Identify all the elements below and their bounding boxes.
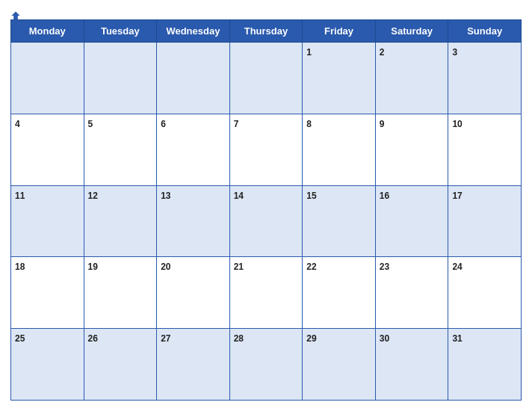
svg-marker-0 (11, 11, 19, 19)
calendar-cell: 12 (84, 185, 157, 257)
day-number: 12 (88, 191, 98, 201)
calendar-cell: 16 (375, 185, 448, 257)
day-number: 31 (452, 333, 462, 344)
calendar-cell: 6 (157, 114, 230, 185)
day-number: 23 (380, 262, 389, 272)
calendar-week-row: 25262728293031 (11, 329, 522, 401)
logo (10, 10, 22, 21)
calendar-cell: 22 (303, 257, 376, 329)
calendar-cell: 11 (11, 185, 84, 257)
calendar-cell: 23 (375, 257, 448, 329)
day-number: 9 (380, 119, 385, 129)
calendar-cell: 18 (11, 257, 84, 329)
day-number: 3 (452, 47, 457, 58)
calendar-table: MondayTuesdayWednesdayThursdayFridaySatu… (10, 19, 522, 401)
calendar-cell: 31 (448, 329, 522, 401)
calendar-cell: 5 (84, 114, 157, 185)
day-number: 22 (306, 262, 316, 272)
day-number: 25 (15, 333, 25, 344)
day-header-sunday: Sunday (448, 20, 522, 43)
calendar-cell: 27 (157, 329, 230, 401)
day-number: 15 (306, 191, 316, 201)
calendar-cell: 14 (229, 185, 303, 257)
day-header-saturday: Saturday (375, 20, 448, 43)
calendar-cell: 9 (375, 114, 448, 185)
calendar-cell: 20 (157, 257, 230, 329)
calendar-cell: 2 (375, 43, 448, 114)
day-number: 4 (15, 119, 20, 129)
day-header-wednesday: Wednesday (157, 20, 230, 43)
calendar-cell: 24 (448, 257, 522, 329)
calendar-body: 1234567891011121314151617181920212223242… (11, 43, 522, 401)
day-number: 13 (161, 191, 170, 201)
day-number: 5 (88, 119, 93, 129)
calendar-cell: 8 (303, 114, 376, 185)
day-number: 1 (306, 47, 312, 58)
day-number: 7 (234, 119, 239, 129)
day-number: 6 (161, 119, 166, 129)
calendar-cell: 4 (11, 114, 84, 185)
calendar-cell: 19 (84, 257, 157, 329)
day-header-monday: Monday (11, 20, 84, 43)
day-number: 14 (234, 191, 244, 201)
calendar-cell: 3 (448, 43, 522, 114)
calendar-cell (84, 43, 157, 114)
days-of-week-row: MondayTuesdayWednesdayThursdayFridaySatu… (11, 20, 522, 43)
calendar-cell: 25 (11, 329, 84, 401)
day-number: 2 (380, 47, 385, 58)
day-number: 24 (452, 262, 462, 272)
calendar-cell: 28 (229, 329, 303, 401)
day-header-tuesday: Tuesday (84, 20, 157, 43)
calendar-cell: 29 (303, 329, 376, 401)
day-number: 19 (88, 262, 98, 272)
day-number: 8 (306, 119, 312, 129)
day-number: 20 (161, 262, 170, 272)
day-header-friday: Friday (303, 20, 376, 43)
calendar-cell: 13 (157, 185, 230, 257)
day-number: 10 (452, 119, 462, 129)
day-number: 30 (380, 333, 389, 344)
calendar-cell (229, 43, 303, 114)
calendar-cell (157, 43, 230, 114)
calendar-week-row: 18192021222324 (11, 257, 522, 329)
calendar-cell (11, 43, 84, 114)
calendar-cell: 26 (84, 329, 157, 401)
day-number: 28 (234, 333, 244, 344)
calendar-header (10, 7, 522, 15)
logo-bird-icon (10, 10, 21, 21)
calendar-cell: 30 (375, 329, 448, 401)
calendar-cell: 7 (229, 114, 303, 185)
day-number: 26 (88, 333, 98, 344)
calendar-cell: 21 (229, 257, 303, 329)
calendar-cell: 15 (303, 185, 376, 257)
calendar-header-row: MondayTuesdayWednesdayThursdayFridaySatu… (11, 20, 522, 43)
calendar-cell: 10 (448, 114, 522, 185)
calendar-cell: 1 (303, 43, 376, 114)
calendar-week-row: 11121314151617 (11, 185, 522, 257)
day-header-thursday: Thursday (229, 20, 303, 43)
day-number: 11 (15, 191, 25, 201)
day-number: 16 (380, 191, 389, 201)
calendar-week-row: 45678910 (11, 114, 522, 185)
calendar-cell: 17 (448, 185, 522, 257)
day-number: 18 (15, 262, 25, 272)
calendar-week-row: 123 (11, 43, 522, 114)
day-number: 27 (161, 333, 170, 344)
logo-blue-container (10, 10, 22, 21)
day-number: 29 (306, 333, 316, 344)
day-number: 21 (234, 262, 244, 272)
day-number: 17 (452, 191, 462, 201)
